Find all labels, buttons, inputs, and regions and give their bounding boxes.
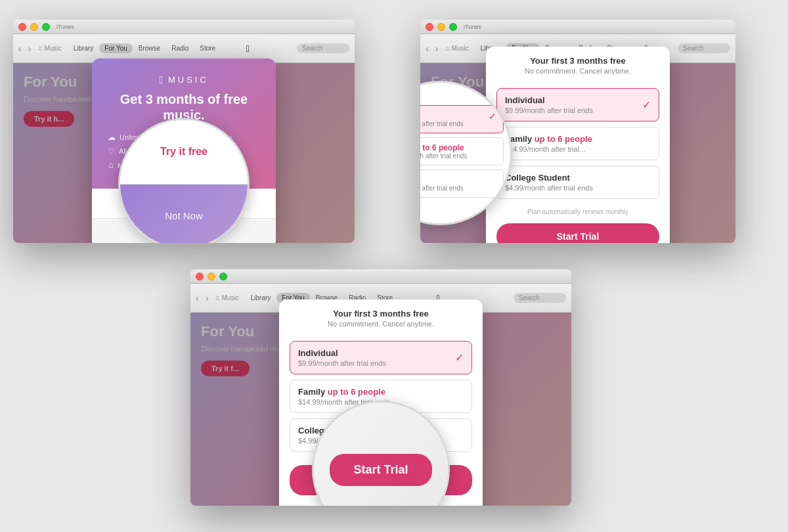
- start-trial-button-top[interactable]: Start Trial: [496, 223, 659, 243]
- tab-library-1[interactable]: Library: [68, 43, 99, 53]
- music-note-icon: ♫: [108, 159, 114, 173]
- plan-individual-price: $9.99/month after trial ends: [505, 106, 593, 114]
- close-button-2[interactable]: [426, 23, 433, 31]
- plan-college-name: College Student: [505, 173, 593, 183]
- tab-radio-1[interactable]: Radio: [166, 43, 194, 53]
- plan-college-details: College Student $4.99/month after trial …: [505, 173, 593, 192]
- itunes-content-3: For You Discover handpicked music just f…: [190, 313, 571, 506]
- titlebar-3: [190, 269, 571, 284]
- plan-title-bottom: Your first 3 months free: [290, 309, 472, 319]
- window-2: iTunes ‹ › ♫ Music Library For You Brows…: [420, 20, 735, 243]
- plan-sub-top: No commitment. Cancel anytime.: [496, 67, 659, 75]
- plan-individual-b[interactable]: Individual $9.99/month after trial ends …: [290, 341, 472, 374]
- music-logo:  MUSIC: [108, 74, 260, 86]
- maximize-button-2[interactable]: [449, 23, 457, 31]
- zoom-family-name: Family up to 6 people: [420, 143, 496, 152]
- plan-individual-b-price: $9.99/month after trial ends: [298, 359, 386, 367]
- minimize-button-3[interactable]: [208, 273, 215, 280]
- plan-individual-b-details: Individual $9.99/month after trial ends: [298, 348, 386, 367]
- heart-icon: ♡: [108, 144, 115, 159]
- search-box-3[interactable]: Search: [514, 293, 566, 303]
- family-b-label: Family: [298, 387, 328, 397]
- plan-family-price: $14.99/month after trial...: [505, 145, 592, 153]
- itunes-content-1: For You Discover handpicked music just f…: [13, 63, 355, 243]
- zoom-family-price: $14.99/month after trial ends: [420, 152, 496, 160]
- zoom-circle-1: Try it free Not Now: [118, 118, 250, 243]
- plan-check-b-icon: ✓: [455, 351, 464, 364]
- plan-family[interactable]: Family up to 6 people $14.99/month after…: [496, 127, 659, 160]
- close-button-3[interactable]: [196, 273, 204, 280]
- plan-check-icon: ✓: [642, 99, 651, 111]
- nav-back-2[interactable]: ‹: [426, 43, 429, 54]
- close-button[interactable]: [18, 23, 26, 31]
- search-box-2[interactable]: Search: [678, 43, 730, 53]
- tab-store-1[interactable]: Store: [194, 43, 221, 53]
- for-you-content-1: For You Discover handpicked music just f…: [13, 63, 355, 243]
- itunes-content-2: For You Discover handpicked music just f…: [420, 63, 735, 243]
- tab-browse-1[interactable]: Browse: [133, 43, 165, 53]
- zoom-college-price: $4.99/month after trial ends: [420, 185, 496, 192]
- zoom-family-highlight: up to 6 people: [420, 143, 464, 152]
- maximize-button-3[interactable]: [219, 273, 227, 280]
- plan-title-top: Your first 3 months free: [496, 56, 659, 66]
- search-box-1[interactable]: Search: [297, 43, 349, 53]
- window-3: ‹ › ♫ Music Library For You Browse Radio…: [190, 269, 571, 506]
- titlebar-2: iTunes: [420, 20, 735, 34]
- music-tab-label-2: ♫ Music: [445, 45, 468, 52]
- for-you-content-3: For You Discover handpicked music just f…: [190, 313, 571, 506]
- nav-forward-3[interactable]: ›: [206, 293, 209, 303]
- dialog-plan-top: Your first 3 months free No commitment. …: [486, 47, 670, 243]
- zoom-individual[interactable]: ✓ Individual $9.99/month after trial end…: [420, 105, 504, 133]
- plan-college[interactable]: College Student $4.99/month after trial …: [496, 166, 659, 199]
- tab-library-3[interactable]: Library: [246, 293, 276, 303]
- plan-family-b-name: Family up to 6 people: [298, 387, 390, 397]
- zoom-college[interactable]: Collect $4.99/month after trial ends: [420, 169, 504, 198]
- toolbar-tabs-1: Library For You Browse Radio Store: [68, 43, 221, 53]
- nav-back-3[interactable]: ‹: [196, 293, 199, 303]
- music-logo-text: MUSIC: [168, 75, 209, 85]
- family-highlight: up to 6 people: [535, 134, 592, 144]
- plan-sub-bottom: No commitment. Cancel anytime.: [290, 320, 472, 328]
- zoom-individual-price: $9.99/month after trial ends: [420, 120, 496, 127]
- maximize-button[interactable]: [42, 23, 50, 31]
- titlebar-1: iTunes: [13, 20, 355, 34]
- apple-music-icon: : [159, 74, 165, 86]
- plan-family-name: Family up to 6 people: [505, 134, 592, 144]
- music-tab-label-3: ♫ Music: [215, 294, 238, 301]
- plan-header-top: Your first 3 months free No commitment. …: [486, 47, 670, 81]
- plan-individual[interactable]: Individual $9.99/month after trial ends …: [496, 88, 659, 122]
- nav-back-1[interactable]: ‹: [18, 43, 22, 54]
- app-name-label-2: iTunes: [464, 24, 481, 30]
- zoom-college-name: Collect: [420, 175, 496, 185]
- music-tab-label: ♫ Music: [37, 45, 61, 52]
- plan-college-price: $4.99/month after trial ends: [505, 184, 593, 192]
- tab-foryou-1[interactable]: For You: [99, 43, 132, 53]
- plan-renewal: Plan automatically renews monthly: [486, 206, 670, 218]
- nav-forward-2[interactable]: ›: [435, 43, 439, 54]
- family-b-highlight: up to 6 people: [328, 387, 385, 397]
- plan-header-bottom: Your first 3 months free No commitment. …: [279, 299, 483, 334]
- zoom-individual-name: Individual: [420, 111, 496, 120]
- plan-individual-b-name: Individual: [298, 348, 386, 358]
- zoom-check-icon: ✓: [489, 111, 496, 122]
- minimize-button[interactable]: [30, 23, 38, 31]
- for-you-content-2: For You Discover handpicked music just f…: [420, 63, 735, 243]
- plan-family-details: Family up to 6 people $14.99/month after…: [505, 134, 592, 153]
- zoom1-inner: Try it free Not Now: [120, 120, 248, 243]
- plan-individual-details: Individual $9.99/month after trial ends: [505, 95, 593, 114]
- plan-options-top: Individual $9.99/month after trial ends …: [486, 81, 670, 206]
- nav-forward-1[interactable]: ›: [28, 43, 32, 54]
- zoom-family[interactable]: Family up to 6 people $14.99/month after…: [420, 137, 504, 166]
- app-name-label: iTunes: [56, 24, 74, 30]
- apple-logo-1: : [246, 43, 250, 54]
- plan-individual-name: Individual: [505, 95, 593, 105]
- cloud-icon: ☁: [108, 131, 116, 145]
- zoom-start-trial-label[interactable]: Start Trial: [330, 454, 431, 486]
- window-1: iTunes ‹ › ♫ Music Library For You Brows…: [13, 20, 355, 243]
- minimize-button-2[interactable]: [437, 23, 445, 31]
